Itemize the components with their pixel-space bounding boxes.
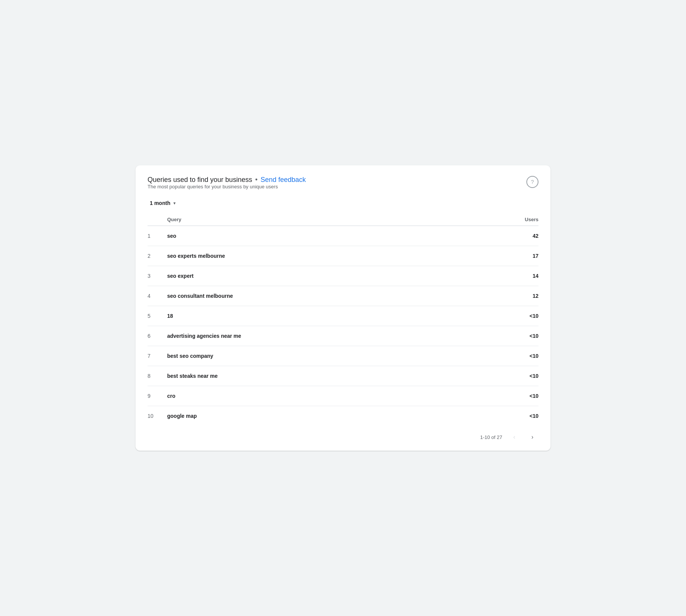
query-cell: advertising agencies near me bbox=[167, 333, 501, 339]
table-row: 2 seo experts melbourne 17 bbox=[148, 246, 538, 266]
period-label: 1 month bbox=[150, 200, 170, 206]
table-body: 1 seo 42 2 seo experts melbourne 17 3 se… bbox=[148, 226, 538, 426]
query-cell: seo experts melbourne bbox=[167, 253, 501, 259]
rank-cell: 9 bbox=[148, 393, 167, 399]
table-row: 8 best steaks near me <10 bbox=[148, 366, 538, 386]
chevron-down-icon: ▼ bbox=[172, 201, 176, 205]
title-separator: • bbox=[255, 176, 257, 184]
users-cell: <10 bbox=[501, 333, 538, 339]
users-cell: 14 bbox=[501, 273, 538, 279]
query-cell: 18 bbox=[167, 313, 501, 319]
query-cell: best steaks near me bbox=[167, 373, 501, 379]
users-cell: 42 bbox=[501, 233, 538, 239]
chevron-left-icon: ‹ bbox=[513, 434, 515, 440]
table-header: Query Users bbox=[148, 214, 538, 226]
card-title: Queries used to find your business bbox=[148, 176, 252, 184]
rank-cell: 10 bbox=[148, 413, 167, 419]
help-icon[interactable]: ? bbox=[526, 176, 538, 188]
users-cell: <10 bbox=[501, 393, 538, 399]
table-row: 9 cro <10 bbox=[148, 386, 538, 406]
users-cell: <10 bbox=[501, 373, 538, 379]
rank-cell: 8 bbox=[148, 373, 167, 379]
filter-row: 1 month ▼ bbox=[148, 199, 538, 208]
card-header: Queries used to find your business • Sen… bbox=[148, 176, 538, 196]
query-cell: seo bbox=[167, 233, 501, 239]
query-cell: best seo company bbox=[167, 353, 501, 359]
users-col-header: Users bbox=[501, 217, 538, 222]
table-row: 5 18 <10 bbox=[148, 306, 538, 326]
prev-page-button[interactable]: ‹ bbox=[508, 431, 520, 443]
rank-cell: 5 bbox=[148, 313, 167, 319]
title-row: Queries used to find your business • Sen… bbox=[148, 176, 306, 184]
users-cell: <10 bbox=[501, 353, 538, 359]
table-row: 3 seo expert 14 bbox=[148, 266, 538, 286]
table-row: 10 google map <10 bbox=[148, 406, 538, 426]
query-cell: seo consultant melbourne bbox=[167, 293, 501, 299]
pagination-info: 1-10 of 27 bbox=[480, 434, 502, 440]
table-row: 4 seo consultant melbourne 12 bbox=[148, 286, 538, 306]
query-cell: cro bbox=[167, 393, 501, 399]
query-col-header: Query bbox=[167, 217, 501, 222]
rank-cell: 2 bbox=[148, 253, 167, 259]
query-cell: seo expert bbox=[167, 273, 501, 279]
next-page-button[interactable]: › bbox=[526, 431, 538, 443]
table-row: 1 seo 42 bbox=[148, 226, 538, 246]
table-row: 6 advertising agencies near me <10 bbox=[148, 326, 538, 346]
rank-cell: 4 bbox=[148, 293, 167, 299]
table-row: 7 best seo company <10 bbox=[148, 346, 538, 366]
users-cell: <10 bbox=[501, 313, 538, 319]
card-subtitle: The most popular queries for your busine… bbox=[148, 184, 306, 189]
rank-cell: 3 bbox=[148, 273, 167, 279]
users-cell: 12 bbox=[501, 293, 538, 299]
users-cell: <10 bbox=[501, 413, 538, 419]
users-cell: 17 bbox=[501, 253, 538, 259]
rank-cell: 6 bbox=[148, 333, 167, 339]
rank-cell: 7 bbox=[148, 353, 167, 359]
queries-card: Queries used to find your business • Sen… bbox=[135, 165, 551, 451]
pagination-row: 1-10 of 27 ‹ › bbox=[148, 426, 538, 443]
rank-cell: 1 bbox=[148, 233, 167, 239]
query-cell: google map bbox=[167, 413, 501, 419]
chevron-right-icon: › bbox=[531, 434, 533, 440]
send-feedback-link[interactable]: Send feedback bbox=[260, 176, 306, 184]
period-selector[interactable]: 1 month ▼ bbox=[148, 199, 178, 208]
queries-table: Query Users 1 seo 42 2 seo experts melbo… bbox=[148, 214, 538, 426]
